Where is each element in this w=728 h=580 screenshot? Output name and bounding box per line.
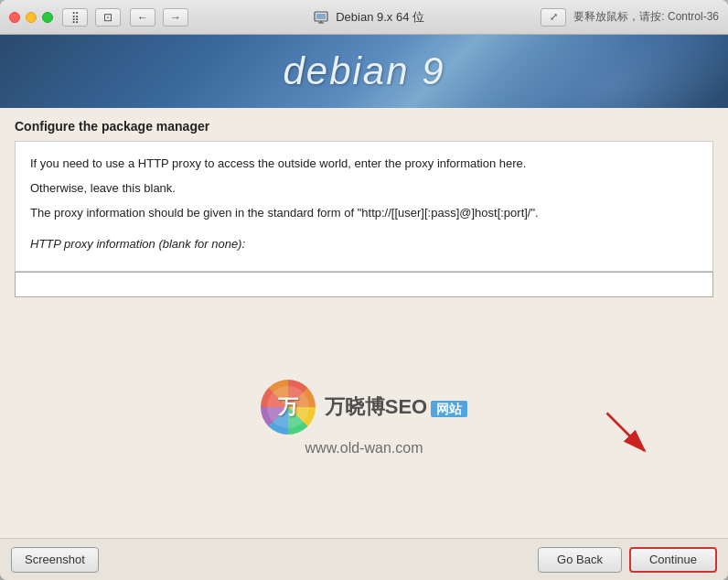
watermark-text: 万晓博SEO网站 <box>325 393 467 421</box>
watermark-area: 万 万晓博SEO网站 www.old-wan.com <box>0 297 728 538</box>
titlebar: ⣿ ⊡ ← → Debian 9.x 64 位 ⤢ <box>0 0 728 35</box>
svg-rect-1 <box>316 14 326 19</box>
vm-icon <box>314 10 328 25</box>
footer-left: Screenshot <box>11 547 99 573</box>
arrow-indicator <box>600 406 655 465</box>
footer-right: Go Back Continue <box>538 547 717 573</box>
content-area: Configure the package manager If you nee… <box>0 108 728 538</box>
info-line3: The proxy information should be given in… <box>30 204 698 223</box>
go-back-button[interactable]: Go Back <box>538 547 622 573</box>
titlebar-controls-left: ⣿ ⊡ <box>62 8 121 27</box>
nav-back-icon: ← <box>137 11 148 24</box>
snapshot-icon: ⊡ <box>103 11 112 24</box>
info-line2: Otherwise, leave this blank. <box>30 179 698 199</box>
titlebar-center: Debian 9.x 64 位 <box>198 9 541 26</box>
nav-forward-icon: → <box>170 11 181 24</box>
minimize-button[interactable] <box>26 12 37 23</box>
proxy-label: HTTP proxy information (blank for none): <box>30 228 698 258</box>
wan-logo: 万 <box>261 380 316 435</box>
watermark: 万 万晓博SEO网站 www.old-wan.com <box>261 380 467 456</box>
traffic-lights <box>9 12 53 23</box>
close-button[interactable] <box>9 12 20 23</box>
footer: Screenshot Go Back Continue <box>0 538 728 580</box>
sidebar-icon: ⣿ <box>71 11 80 24</box>
titlebar-right: ⤢ 要释放鼠标，请按: Control-36 <box>541 8 719 27</box>
nav-controls: ← → <box>130 8 188 27</box>
fullscreen-button[interactable]: ⤢ <box>541 8 566 27</box>
brand-badge: 网站 <box>431 401 467 417</box>
release-hint: 要释放鼠标，请按: Control-36 <box>573 9 719 25</box>
snapshot-button[interactable]: ⊡ <box>95 8 121 27</box>
fullscreen-icon: ⤢ <box>550 11 558 23</box>
sidebar-toggle-button[interactable]: ⣿ <box>62 8 88 27</box>
brand-text: 万晓博SEO网站 <box>325 393 467 421</box>
header-banner: debian 9 <box>0 35 728 108</box>
maximize-button[interactable] <box>42 12 53 23</box>
watermark-top: 万 万晓博SEO网站 <box>261 380 467 435</box>
nav-back-button[interactable]: ← <box>130 8 155 27</box>
window-title: Debian 9.x 64 位 <box>336 9 424 26</box>
header-title: debian 9 <box>283 49 444 93</box>
screenshot-button[interactable]: Screenshot <box>11 547 99 573</box>
section-title: Configure the package manager <box>0 108 728 141</box>
watermark-url: www.old-wan.com <box>305 440 423 456</box>
wan-character: 万 <box>267 386 309 428</box>
info-line1: If you need to use a HTTP proxy to acces… <box>30 155 698 174</box>
nav-forward-button[interactable]: → <box>163 8 188 27</box>
info-box: If you need to use a HTTP proxy to acces… <box>15 141 713 272</box>
continue-button[interactable]: Continue <box>629 547 717 573</box>
proxy-input[interactable] <box>15 272 713 297</box>
continue-arrow <box>600 406 655 461</box>
main-window: ⣿ ⊡ ← → Debian 9.x 64 位 ⤢ <box>0 0 728 580</box>
svg-line-5 <box>607 414 645 451</box>
